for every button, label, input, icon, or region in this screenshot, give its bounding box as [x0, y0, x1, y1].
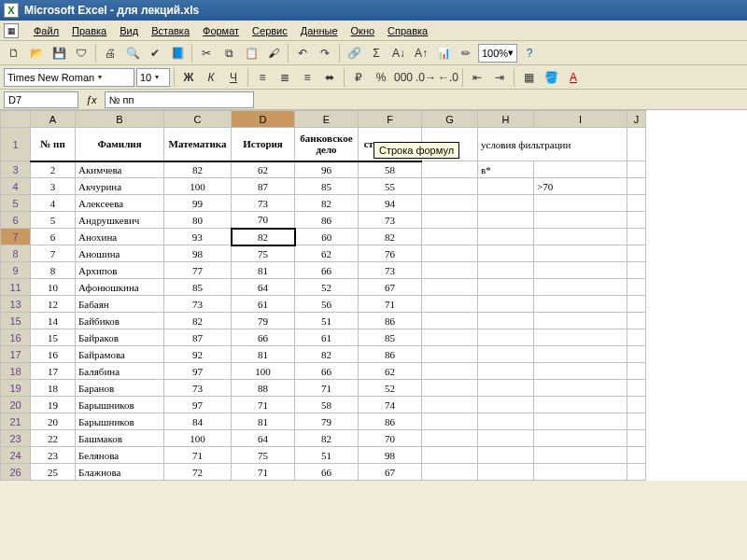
cell-c26[interactable]: 72 [164, 464, 232, 481]
cell-a8[interactable]: 7 [31, 245, 76, 262]
cell-a7[interactable]: 6 [31, 229, 76, 245]
decrease-decimal-button[interactable]: ←.0 [438, 67, 458, 88]
cell-e7[interactable]: 60 [295, 229, 359, 245]
cell-d23[interactable]: 64 [232, 430, 295, 447]
autosum-button[interactable]: Σ [366, 43, 387, 63]
cell-f17[interactable]: 86 [359, 346, 422, 363]
cell-e4[interactable]: 85 [295, 178, 359, 195]
cell-c5[interactable]: 99 [164, 195, 232, 212]
cell-h1[interactable]: условия фильтрации [478, 128, 627, 161]
align-center-button[interactable]: ≣ [275, 67, 295, 88]
cell-d26[interactable]: 71 [232, 464, 295, 481]
cell-a9[interactable]: 8 [31, 262, 76, 279]
cell-i4[interactable]: >70 [534, 178, 627, 195]
cell-c9[interactable]: 77 [164, 262, 232, 279]
cell-f18[interactable]: 62 [359, 363, 422, 380]
cell-c13[interactable]: 73 [164, 296, 232, 313]
cell-c19[interactable]: 73 [164, 380, 232, 397]
row-header-18[interactable]: 18 [1, 363, 31, 380]
cell-a13[interactable]: 12 [31, 296, 76, 313]
cell-a18[interactable]: 17 [31, 363, 76, 380]
menu-insert[interactable]: Вставка [146, 23, 195, 38]
redo-button[interactable]: ↷ [315, 43, 335, 63]
borders-button[interactable]: ▦ [518, 67, 539, 88]
italic-button[interactable]: К [201, 67, 221, 88]
cell-d8[interactable]: 75 [232, 245, 295, 262]
menu-view[interactable]: Вид [114, 23, 144, 38]
cell-a19[interactable]: 18 [31, 380, 76, 397]
cell-a4[interactable]: 3 [31, 178, 76, 195]
formula-input[interactable]: № пп [105, 91, 254, 108]
menu-tools[interactable]: Сервис [247, 23, 293, 38]
col-header-e[interactable]: E [295, 111, 359, 128]
row-header-17[interactable]: 17 [1, 346, 31, 363]
cell-b24[interactable]: Белянова [76, 447, 164, 464]
cell-c11[interactable]: 85 [164, 279, 232, 296]
spelling-button[interactable]: ✔ [145, 43, 165, 63]
cell-e1[interactable]: банковское дело [295, 128, 359, 161]
cell-a20[interactable]: 19 [31, 397, 76, 413]
row-header-11[interactable]: 11 [1, 279, 31, 296]
cell-f3[interactable]: 58 [359, 161, 422, 178]
row-header-19[interactable]: 19 [1, 380, 31, 397]
cell-f5[interactable]: 94 [359, 195, 422, 212]
row-header-8[interactable]: 8 [1, 245, 31, 262]
cell-c23[interactable]: 100 [164, 430, 232, 447]
drawing-button[interactable]: ✏ [456, 43, 476, 63]
cell-b19[interactable]: Баранов [76, 380, 164, 397]
cell-b17[interactable]: Байрамова [76, 346, 164, 363]
select-all-corner[interactable] [1, 111, 31, 128]
cell-b7[interactable]: Анохина [76, 229, 164, 245]
cell-e19[interactable]: 71 [295, 380, 359, 397]
cell-b9[interactable]: Архипов [76, 262, 164, 279]
row-header-5[interactable]: 5 [1, 195, 31, 212]
cell-e20[interactable]: 58 [295, 397, 359, 413]
cell-h3[interactable]: в* [478, 161, 534, 178]
cell-e8[interactable]: 62 [295, 245, 359, 262]
percent-button[interactable]: % [371, 67, 391, 88]
cell-h4[interactable] [478, 178, 534, 195]
underline-button[interactable]: Ч [223, 67, 244, 88]
cell-b23[interactable]: Башмаков [76, 430, 164, 447]
cell-b18[interactable]: Балябина [76, 363, 164, 380]
cell-a3[interactable]: 2 [31, 161, 76, 178]
undo-button[interactable]: ↶ [292, 43, 313, 63]
cell-c24[interactable]: 71 [164, 447, 232, 464]
cell-j1[interactable] [627, 128, 646, 161]
row-header-7[interactable]: 7 [1, 229, 31, 245]
cell-d3[interactable]: 62 [232, 161, 295, 178]
paste-button[interactable]: 📋 [241, 43, 261, 63]
cell-c1[interactable]: Математика [164, 128, 232, 161]
cell-f15[interactable]: 86 [359, 313, 422, 329]
row-header-23[interactable]: 23 [1, 430, 31, 447]
menu-format[interactable]: Формат [197, 23, 245, 38]
cell-e17[interactable]: 82 [295, 346, 359, 363]
zoom-box[interactable]: 100%▾ [478, 44, 517, 63]
cell-a5[interactable]: 4 [31, 195, 76, 212]
cell-f19[interactable]: 52 [359, 380, 422, 397]
hyperlink-button[interactable]: 🔗 [344, 43, 364, 63]
align-right-button[interactable]: ≡ [297, 67, 317, 88]
cell-b16[interactable]: Байраков [76, 329, 164, 346]
menu-data[interactable]: Данные [295, 23, 344, 38]
align-left-button[interactable]: ≡ [252, 67, 273, 88]
row-header-24[interactable]: 24 [1, 447, 31, 464]
cell-d20[interactable]: 71 [232, 397, 295, 413]
research-button[interactable]: 📘 [167, 43, 188, 63]
cell-c18[interactable]: 97 [164, 363, 232, 380]
cell-a15[interactable]: 14 [31, 313, 76, 329]
cell-d4[interactable]: 87 [232, 178, 295, 195]
cell-b4[interactable]: Акчурина [76, 178, 164, 195]
cell-c3[interactable]: 82 [164, 161, 232, 178]
cell-f7[interactable]: 82 [359, 229, 422, 245]
cell-f4[interactable]: 55 [359, 178, 422, 195]
cell-b21[interactable]: Барышников [76, 413, 164, 430]
sort-desc-button[interactable]: A↑ [411, 43, 431, 63]
currency-button[interactable]: ₽ [348, 67, 369, 88]
cell-a6[interactable]: 5 [31, 212, 76, 229]
permission-button[interactable]: 🛡 [71, 43, 92, 63]
col-header-j[interactable]: J [627, 111, 646, 128]
cell-e6[interactable]: 86 [295, 212, 359, 229]
increase-decimal-button[interactable]: .0→ [416, 67, 436, 88]
row-header-3[interactable]: 3 [1, 161, 31, 178]
